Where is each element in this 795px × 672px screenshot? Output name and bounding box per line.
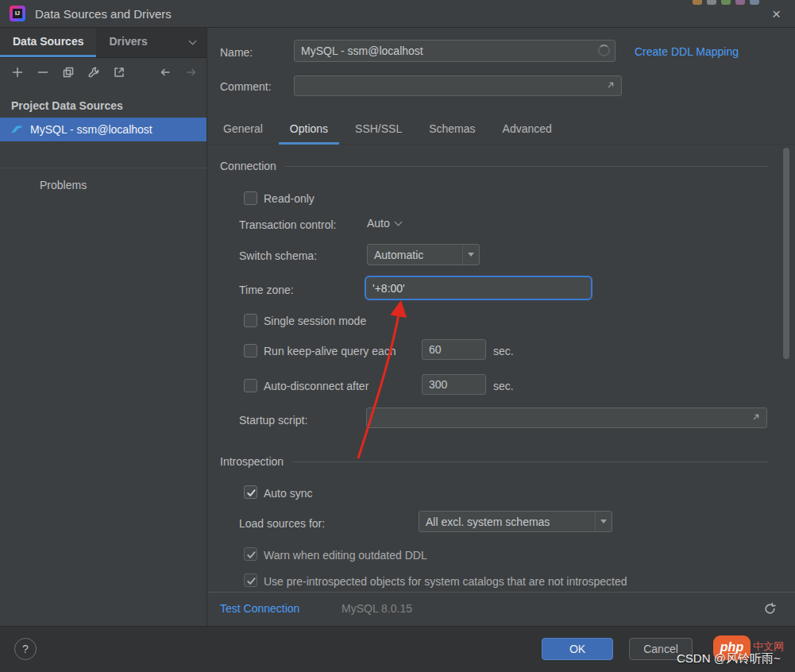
expand-icon[interactable] bbox=[605, 79, 618, 92]
warn-outdated-label: Warn when editing outdated DDL bbox=[264, 548, 427, 562]
vertical-scrollbar[interactable] bbox=[783, 148, 789, 359]
auto-disconnect-input[interactable] bbox=[422, 374, 486, 395]
transaction-control-value: Auto bbox=[367, 217, 390, 230]
sidebar-item-problems[interactable]: Problems bbox=[40, 179, 87, 191]
pre-introspected-checkbox[interactable] bbox=[244, 574, 257, 587]
switch-schema-label: Switch schema: bbox=[239, 249, 317, 263]
time-zone-input[interactable] bbox=[365, 276, 592, 300]
keep-alive-field-wrap bbox=[422, 339, 486, 360]
comment-field-wrap bbox=[294, 75, 622, 96]
auto-disconnect-checkbox[interactable] bbox=[244, 379, 257, 392]
data-sources-dialog: IJ Data Sources and Drivers × Data Sourc… bbox=[0, 0, 795, 672]
read-only-checkbox[interactable] bbox=[244, 191, 257, 205]
sidebar: Data Sources Drivers Project Da bbox=[0, 28, 207, 672]
spinner-icon bbox=[598, 44, 610, 56]
clipped-icons bbox=[693, 0, 759, 5]
keep-alive-input[interactable] bbox=[422, 339, 486, 360]
auto-disconnect-field-wrap bbox=[422, 374, 486, 395]
startup-script-label: Startup script: bbox=[239, 413, 307, 427]
window-title: Data Sources and Drivers bbox=[35, 0, 172, 28]
app-logo-icon: IJ bbox=[10, 6, 25, 21]
tab-drivers-label: Drivers bbox=[109, 28, 147, 56]
connection-section-header: Connection bbox=[220, 160, 768, 172]
csdn-watermark: CSDN @风铃听雨~ bbox=[677, 651, 781, 666]
open-in-new-icon[interactable] bbox=[113, 66, 127, 79]
mysql-dolphin-icon bbox=[10, 122, 24, 137]
tab-data-sources-label: Data Sources bbox=[13, 28, 83, 56]
tab-ssh-ssl[interactable]: SSH/SSL bbox=[344, 115, 413, 145]
driver-version-label: MySQL 8.0.15 bbox=[342, 602, 412, 615]
combo-arrow-icon bbox=[462, 245, 479, 265]
time-zone-field-wrap bbox=[365, 276, 592, 300]
wrench-icon[interactable] bbox=[87, 66, 102, 79]
copy-icon[interactable] bbox=[62, 66, 76, 79]
datasource-item-label: MySQL - ssm@localhost bbox=[30, 123, 152, 136]
settings-tabbar: General Options SSH/SSL Schemas Advanced bbox=[207, 115, 795, 145]
keep-alive-label: Run keep-alive query each bbox=[264, 344, 396, 358]
time-zone-label: Time zone: bbox=[239, 283, 294, 297]
sidebar-tabs: Data Sources Drivers bbox=[0, 28, 206, 58]
test-connection-link[interactable]: Test Connection bbox=[220, 602, 299, 615]
auto-disconnect-unit: sec. bbox=[493, 379, 514, 393]
undo-icon[interactable] bbox=[763, 602, 778, 616]
dialog-button-bar: ? OK Cancel bbox=[0, 626, 795, 672]
titlebar: IJ Data Sources and Drivers × bbox=[0, 0, 795, 28]
load-sources-value: All excl. system schemas bbox=[426, 516, 550, 528]
ok-button[interactable]: OK bbox=[542, 638, 613, 660]
pre-introspected-label: Use pre-introspected objects for system … bbox=[264, 574, 627, 589]
tab-schemas[interactable]: Schemas bbox=[418, 115, 486, 145]
auto-disconnect-label: Auto-disconnect after bbox=[264, 379, 369, 393]
keep-alive-checkbox[interactable] bbox=[244, 344, 257, 357]
name-field-wrap bbox=[294, 40, 616, 62]
create-ddl-mapping-link[interactable]: Create DDL Mapping bbox=[635, 45, 739, 58]
datasource-item-mysql[interactable]: MySQL - ssm@localhost bbox=[0, 118, 206, 141]
startup-script-input[interactable] bbox=[366, 407, 767, 428]
test-connection-bar: Test Connection MySQL 8.0.15 bbox=[207, 592, 795, 626]
switch-schema-value: Automatic bbox=[374, 249, 423, 261]
single-session-checkbox[interactable] bbox=[244, 314, 257, 327]
introspection-section-header: Introspection bbox=[220, 455, 768, 468]
expand-icon[interactable] bbox=[751, 411, 763, 424]
chevron-down-icon[interactable] bbox=[189, 37, 197, 45]
comment-label: Comment: bbox=[220, 79, 272, 94]
name-input[interactable] bbox=[294, 40, 616, 62]
tab-options[interactable]: Options bbox=[279, 115, 339, 145]
main-panel: Name: Create DDL Mapping Comment: Genera… bbox=[207, 28, 795, 592]
keep-alive-unit: sec. bbox=[493, 344, 514, 358]
tab-drivers[interactable]: Drivers bbox=[96, 28, 160, 57]
load-sources-label: Load sources for: bbox=[239, 516, 325, 531]
combo-arrow-icon bbox=[595, 512, 612, 531]
project-data-sources-label: Project Data Sources bbox=[11, 99, 123, 112]
close-icon[interactable]: × bbox=[772, 0, 781, 28]
tab-data-sources[interactable]: Data Sources bbox=[0, 28, 96, 57]
help-button[interactable]: ? bbox=[14, 638, 37, 660]
switch-schema-select[interactable]: Automatic bbox=[367, 244, 480, 265]
comment-input[interactable] bbox=[294, 75, 622, 96]
auto-sync-checkbox[interactable] bbox=[244, 485, 257, 499]
load-sources-select[interactable]: All excl. system schemas bbox=[419, 511, 612, 532]
add-icon[interactable] bbox=[11, 66, 25, 79]
auto-sync-label: Auto sync bbox=[264, 486, 312, 500]
single-session-label: Single session mode bbox=[264, 314, 366, 328]
read-only-label: Read-only bbox=[264, 191, 315, 206]
sidebar-divider bbox=[0, 168, 206, 168]
tab-advanced[interactable]: Advanced bbox=[492, 115, 563, 145]
sidebar-toolbar bbox=[0, 58, 206, 87]
warn-outdated-checkbox[interactable] bbox=[244, 547, 257, 561]
name-label: Name: bbox=[220, 45, 253, 60]
forward-arrow-icon[interactable] bbox=[185, 66, 199, 79]
startup-script-field-wrap bbox=[366, 407, 767, 428]
transaction-control-label: Transaction control: bbox=[239, 218, 336, 232]
back-arrow-icon[interactable] bbox=[159, 66, 173, 79]
remove-icon[interactable] bbox=[37, 66, 51, 79]
chevron-down-icon bbox=[394, 218, 402, 226]
tab-general[interactable]: General bbox=[212, 115, 274, 145]
transaction-control-select[interactable]: Auto bbox=[367, 217, 401, 230]
